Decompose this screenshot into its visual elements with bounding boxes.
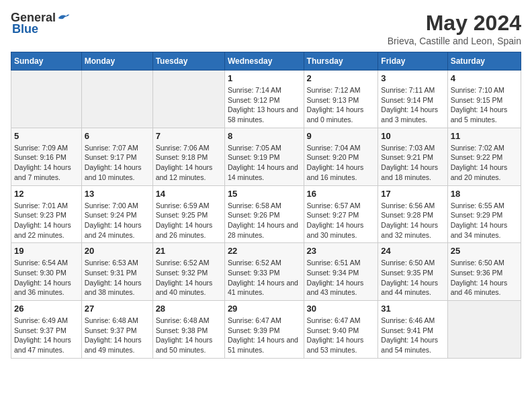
calendar-cell: 5Sunrise: 7:09 AMSunset: 9:16 PMDaylight… <box>11 128 82 185</box>
sunrise-text: Sunrise: 6:47 AM <box>228 316 301 326</box>
logo: General Blue <box>11 11 71 36</box>
calendar-cell <box>447 301 521 359</box>
sunset-text: Sunset: 9:22 PM <box>451 152 518 163</box>
sunset-text: Sunset: 9:39 PM <box>228 326 301 336</box>
sunrise-text: Sunrise: 7:02 AM <box>451 143 518 153</box>
daylight-text: Daylight: 14 hours and 3 minutes. <box>381 105 444 124</box>
sunrise-text: Sunrise: 7:11 AM <box>381 85 444 95</box>
calendar-header: SundayMondayTuesdayWednesdayThursdayFrid… <box>11 52 521 71</box>
sunrise-text: Sunrise: 6:50 AM <box>451 258 518 268</box>
day-number: 16 <box>307 189 375 199</box>
day-info: Sunrise: 7:00 AMSunset: 9:24 PMDaylight:… <box>85 201 150 240</box>
day-number: 10 <box>381 131 444 141</box>
sunset-text: Sunset: 9:36 PM <box>451 268 518 278</box>
calendar-cell <box>11 71 82 128</box>
logo-bird-icon <box>57 11 71 25</box>
day-info: Sunrise: 7:09 AMSunset: 9:16 PMDaylight:… <box>14 143 79 183</box>
title-block: May 2024 Brieva, Castille and Leon, Spai… <box>388 11 521 46</box>
day-number: 20 <box>85 246 150 256</box>
daylight-text: Daylight: 14 hours and 41 minutes. <box>228 278 301 298</box>
sunset-text: Sunset: 9:37 PM <box>14 326 79 336</box>
day-info: Sunrise: 6:52 AMSunset: 9:32 PMDaylight:… <box>156 258 222 298</box>
sunrise-text: Sunrise: 6:50 AM <box>381 258 444 268</box>
calendar-cell: 23Sunrise: 6:51 AMSunset: 9:34 PMDayligh… <box>304 243 378 301</box>
sunrise-text: Sunrise: 7:07 AM <box>85 143 150 153</box>
subtitle: Brieva, Castille and Leon, Spain <box>388 36 521 46</box>
day-info: Sunrise: 6:48 AMSunset: 9:38 PMDaylight:… <box>156 316 222 355</box>
day-number: 31 <box>381 304 444 314</box>
sunset-text: Sunset: 9:24 PM <box>85 210 150 220</box>
day-info: Sunrise: 6:56 AMSunset: 9:28 PMDaylight:… <box>381 201 444 240</box>
day-info: Sunrise: 6:50 AMSunset: 9:36 PMDaylight:… <box>451 258 518 298</box>
day-number: 14 <box>156 189 222 199</box>
sunset-text: Sunset: 9:21 PM <box>381 152 444 163</box>
calendar-cell: 10Sunrise: 7:03 AMSunset: 9:21 PMDayligh… <box>378 128 447 185</box>
day-number: 28 <box>156 304 222 314</box>
daylight-text: Daylight: 14 hours and 54 minutes. <box>381 335 444 355</box>
day-number: 22 <box>228 246 301 256</box>
calendar-cell: 2Sunrise: 7:12 AMSunset: 9:13 PMDaylight… <box>304 71 378 128</box>
daylight-text: Daylight: 14 hours and 40 minutes. <box>156 278 222 298</box>
header-day-sunday: Sunday <box>11 52 82 71</box>
sunset-text: Sunset: 9:19 PM <box>228 152 301 163</box>
week-row-2: 5Sunrise: 7:09 AMSunset: 9:16 PMDaylight… <box>11 128 521 185</box>
sunset-text: Sunset: 9:35 PM <box>381 268 444 278</box>
day-number: 29 <box>228 304 301 314</box>
calendar-cell: 13Sunrise: 7:00 AMSunset: 9:24 PMDayligh… <box>81 185 152 243</box>
sunset-text: Sunset: 9:27 PM <box>307 210 375 220</box>
calendar-cell: 27Sunrise: 6:48 AMSunset: 9:37 PMDayligh… <box>81 301 152 359</box>
daylight-text: Daylight: 14 hours and 10 minutes. <box>85 163 150 182</box>
calendar-cell: 30Sunrise: 6:47 AMSunset: 9:40 PMDayligh… <box>304 301 378 359</box>
sunrise-text: Sunrise: 6:59 AM <box>156 201 222 211</box>
daylight-text: Daylight: 14 hours and 14 minutes. <box>228 163 301 182</box>
day-info: Sunrise: 7:05 AMSunset: 9:19 PMDaylight:… <box>228 143 301 183</box>
calendar-cell: 24Sunrise: 6:50 AMSunset: 9:35 PMDayligh… <box>378 243 447 301</box>
sunrise-text: Sunrise: 6:54 AM <box>14 258 79 268</box>
sunrise-text: Sunrise: 6:58 AM <box>228 201 301 211</box>
calendar-cell: 20Sunrise: 6:53 AMSunset: 9:31 PMDayligh… <box>81 243 152 301</box>
sunrise-text: Sunrise: 7:03 AM <box>381 143 444 153</box>
sunrise-text: Sunrise: 6:47 AM <box>307 316 375 326</box>
sunrise-text: Sunrise: 6:48 AM <box>85 316 150 326</box>
calendar-cell: 19Sunrise: 6:54 AMSunset: 9:30 PMDayligh… <box>11 243 82 301</box>
day-number: 8 <box>228 131 301 141</box>
day-info: Sunrise: 6:54 AMSunset: 9:30 PMDaylight:… <box>14 258 79 298</box>
day-info: Sunrise: 6:57 AMSunset: 9:27 PMDaylight:… <box>307 201 375 240</box>
header-day-wednesday: Wednesday <box>224 52 304 71</box>
daylight-text: Daylight: 14 hours and 46 minutes. <box>451 278 518 298</box>
sunset-text: Sunset: 9:23 PM <box>14 210 79 220</box>
sunset-text: Sunset: 9:26 PM <box>228 210 301 220</box>
day-info: Sunrise: 7:07 AMSunset: 9:17 PMDaylight:… <box>85 143 150 183</box>
sunrise-text: Sunrise: 7:09 AM <box>14 143 79 153</box>
daylight-text: Daylight: 13 hours and 58 minutes. <box>228 105 301 124</box>
sunrise-text: Sunrise: 7:01 AM <box>14 201 79 211</box>
daylight-text: Daylight: 14 hours and 24 minutes. <box>85 220 150 240</box>
sunrise-text: Sunrise: 6:46 AM <box>381 316 444 326</box>
day-number: 7 <box>156 131 222 141</box>
sunset-text: Sunset: 9:14 PM <box>381 95 444 105</box>
calendar-cell: 26Sunrise: 6:49 AMSunset: 9:37 PMDayligh… <box>11 301 82 359</box>
calendar-cell: 18Sunrise: 6:55 AMSunset: 9:29 PMDayligh… <box>447 185 521 243</box>
calendar-cell: 28Sunrise: 6:48 AMSunset: 9:38 PMDayligh… <box>152 301 224 359</box>
sunrise-text: Sunrise: 6:52 AM <box>156 258 222 268</box>
day-number: 13 <box>85 189 150 199</box>
sunset-text: Sunset: 9:13 PM <box>307 95 375 105</box>
day-number: 15 <box>228 189 301 199</box>
header-row: SundayMondayTuesdayWednesdayThursdayFrid… <box>11 52 521 71</box>
week-row-5: 26Sunrise: 6:49 AMSunset: 9:37 PMDayligh… <box>11 301 521 359</box>
sunrise-text: Sunrise: 7:12 AM <box>307 85 375 95</box>
logo-blue-text: Blue <box>12 22 38 36</box>
calendar-cell: 25Sunrise: 6:50 AMSunset: 9:36 PMDayligh… <box>447 243 521 301</box>
day-info: Sunrise: 7:04 AMSunset: 9:20 PMDaylight:… <box>307 143 375 183</box>
calendar-body: 1Sunrise: 7:14 AMSunset: 9:12 PMDaylight… <box>11 71 521 359</box>
sunset-text: Sunset: 9:41 PM <box>381 326 444 336</box>
daylight-text: Daylight: 14 hours and 51 minutes. <box>228 335 301 355</box>
sunrise-text: Sunrise: 7:14 AM <box>228 85 301 95</box>
day-info: Sunrise: 6:58 AMSunset: 9:26 PMDaylight:… <box>228 201 301 240</box>
day-number: 4 <box>451 73 518 83</box>
page-header: General Blue May 2024 Brieva, Castille a… <box>11 11 521 46</box>
header-day-friday: Friday <box>378 52 447 71</box>
sunset-text: Sunset: 9:18 PM <box>156 152 222 163</box>
sunset-text: Sunset: 9:12 PM <box>228 95 301 105</box>
day-number: 23 <box>307 246 375 256</box>
